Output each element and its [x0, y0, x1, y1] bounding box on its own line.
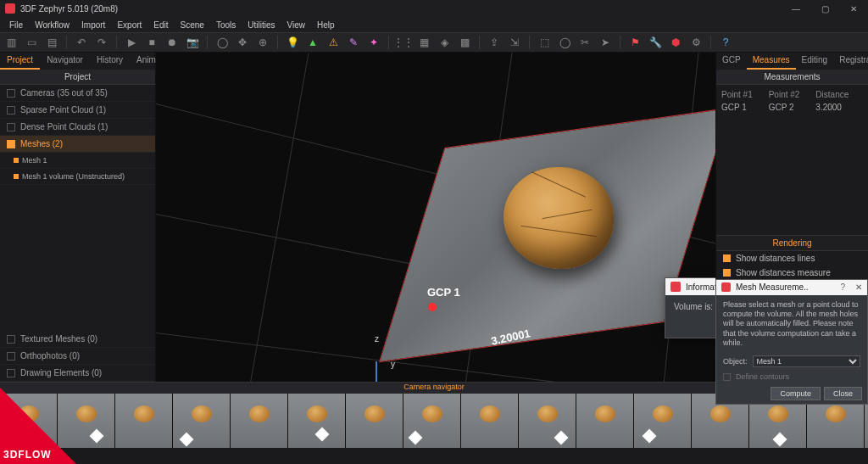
thumbnail[interactable] — [288, 394, 346, 448]
gear-icon[interactable]: ⚙ — [688, 35, 704, 50]
share-icon[interactable]: ⇪ — [487, 35, 502, 50]
menu-utilities[interactable]: Utilities — [242, 19, 281, 31]
main-toolbar: ▥ ▭ ▤ ↶ ↷ ▶ ■ ⏺ 📷 ◯ ✥ ⊕ 💡 ▲ ⚠ ✎ ✦ ⋮⋮ ▦ ◈… — [0, 32, 868, 53]
tab-project[interactable]: Project — [0, 53, 40, 70]
stop-icon[interactable]: ■ — [144, 35, 159, 50]
dense-icon[interactable]: ▦ — [416, 35, 431, 50]
tab-history[interactable]: History — [90, 53, 130, 70]
mm-close-button[interactable]: Close — [824, 387, 862, 400]
dialog-logo-icon — [670, 282, 681, 292]
save-icon[interactable]: ▤ — [44, 35, 59, 50]
brush-icon[interactable]: ✎ — [346, 35, 361, 50]
tree-sparse[interactable]: Sparse Point Cloud (1) — [0, 102, 155, 119]
thumbnail[interactable] — [519, 394, 576, 448]
menu-import[interactable]: Import — [75, 19, 111, 31]
gcp-marker[interactable] — [428, 303, 437, 311]
thumbnail[interactable] — [634, 394, 692, 448]
table-row[interactable]: GCP 1GCP 23.2000 — [721, 101, 863, 114]
undo-icon[interactable]: ↶ — [74, 35, 89, 50]
new-icon[interactable]: ▥ — [3, 35, 19, 50]
warning-icon[interactable]: ⚠ — [326, 35, 341, 50]
thumbnail[interactable] — [115, 394, 173, 448]
section-rendering: Rendering — [716, 235, 868, 251]
close-button[interactable]: ✕ — [839, 0, 868, 17]
menu-help[interactable]: Help — [311, 19, 341, 31]
open-icon[interactable]: ▭ — [24, 35, 39, 50]
app-title: 3DF Zephyr 5.019 (20m8) — [20, 4, 118, 14]
mm-close-icon[interactable]: ✕ — [855, 282, 862, 292]
menu-view[interactable]: View — [281, 19, 312, 31]
pan-icon[interactable]: ✥ — [235, 35, 250, 50]
thumbnail[interactable] — [403, 394, 461, 448]
tree-meshes[interactable]: Meshes (2) — [0, 136, 155, 153]
mm-title: Mesh Measureme.. — [736, 282, 809, 292]
cube-icon[interactable]: ⬢ — [668, 35, 683, 50]
wrench-icon[interactable]: 🔧 — [648, 35, 663, 50]
minimize-button[interactable]: — — [782, 0, 810, 17]
menu-tools[interactable]: Tools — [210, 19, 242, 31]
tab-measures[interactable]: Measures — [747, 53, 796, 70]
mm-define-contours[interactable]: Define contours — [736, 372, 789, 381]
dialog-body: Volume is: 1.176947 — [665, 295, 715, 318]
tree-ortho[interactable]: Orthophotos (0) — [0, 348, 155, 365]
redo-icon[interactable]: ↷ — [94, 35, 109, 50]
thumbnail[interactable] — [461, 394, 519, 448]
mm-object-select[interactable]: Mesh 1 — [753, 355, 860, 367]
record-icon[interactable]: ⏺ — [164, 35, 180, 50]
tab-navigator[interactable]: Navigator — [40, 53, 90, 70]
thumbnail[interactable] — [231, 394, 288, 448]
chk-show-measure[interactable]: Show distances measure — [716, 266, 868, 280]
thumbnail[interactable] — [173, 394, 231, 448]
chk-show-lines[interactable]: Show distances lines — [716, 251, 868, 266]
menu-edit[interactable]: Edit — [147, 19, 174, 31]
tree-mesh1[interactable]: Mesh 1 — [0, 153, 155, 169]
right-panel-title: Measurements — [716, 70, 868, 85]
tab-editing[interactable]: Editing — [796, 53, 834, 70]
wand-icon[interactable]: ✦ — [366, 35, 381, 50]
light-icon[interactable]: 💡 — [285, 35, 300, 50]
pointer-icon[interactable]: ➤ — [598, 35, 613, 50]
export-icon[interactable]: ⇲ — [507, 35, 522, 50]
flag-icon[interactable]: ⚑ — [627, 35, 643, 50]
panel-title: Project — [0, 70, 155, 85]
cut-icon[interactable]: ✂ — [577, 35, 593, 50]
mm-object-label: Object: — [723, 357, 748, 366]
texture-icon[interactable]: ▩ — [457, 35, 472, 50]
tab-gcp[interactable]: GCP — [716, 53, 747, 70]
mm-body: Please select a mesh or a point cloud to… — [716, 295, 867, 353]
triangle-icon[interactable]: ▲ — [305, 35, 320, 50]
mm-logo-icon — [721, 282, 731, 292]
thumbnail[interactable] — [346, 394, 403, 448]
rock-mesh — [504, 167, 614, 269]
app-logo-icon — [5, 3, 15, 14]
tree-drawing[interactable]: Drawing Elements (0) — [0, 365, 155, 382]
mesh-icon[interactable]: ◈ — [437, 35, 452, 50]
maximize-button[interactable]: ▢ — [810, 0, 839, 17]
thumbnail[interactable] — [576, 394, 634, 448]
tree-textured[interactable]: Textured Meshes (0) — [0, 331, 155, 348]
menu-export[interactable]: Export — [111, 19, 147, 31]
tab-registration[interactable]: Registration — [833, 53, 868, 70]
mm-help-icon[interactable]: ? — [840, 282, 845, 292]
help-icon[interactable]: ? — [718, 35, 733, 50]
menu-file[interactable]: File — [3, 19, 29, 31]
tree-dense[interactable]: Dense Point Clouds (1) — [0, 119, 155, 136]
menu-scene[interactable]: Scene — [175, 19, 210, 31]
info-dialog: Information ✕ Volume is: 1.176947 OK — [665, 277, 715, 338]
gcp-label: GCP 1 — [427, 286, 460, 299]
orbit-icon[interactable]: ◯ — [214, 35, 230, 50]
tree-cameras[interactable]: Cameras (35 out of 35) — [0, 85, 155, 102]
mm-compute-button[interactable]: Compute — [771, 387, 821, 400]
tree-mesh1-volume[interactable]: Mesh 1 volume (Unstructured) — [0, 169, 155, 185]
zoom-icon[interactable]: ⊕ — [255, 35, 270, 50]
left-tabs: Project Navigator History Animator — [0, 53, 155, 70]
axis-gizmo: z y — [355, 358, 398, 382]
sparse-icon[interactable]: ⋮⋮ — [396, 35, 411, 50]
play-icon[interactable]: ▶ — [124, 35, 139, 50]
viewport-3d[interactable]: GCP 1 3.20001 z y Information ✕ Volume i… — [156, 53, 715, 382]
select-icon[interactable]: ⬚ — [537, 35, 552, 50]
dialog-title: Information — [686, 282, 715, 292]
camera-icon[interactable]: 📷 — [185, 35, 200, 50]
menu-workflow[interactable]: Workflow — [29, 19, 75, 31]
lasso-icon[interactable]: ◯ — [557, 35, 572, 50]
